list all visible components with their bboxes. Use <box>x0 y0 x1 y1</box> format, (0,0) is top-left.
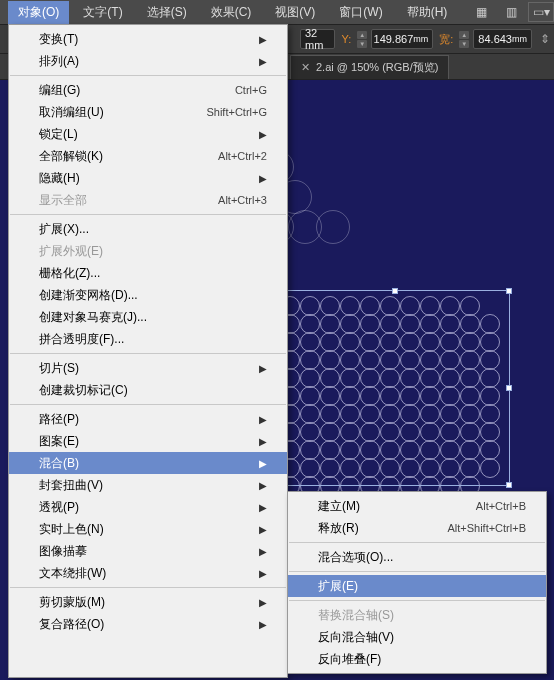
menu-item-label: 隐藏(H) <box>39 170 259 187</box>
menu-item-label: 扩展外观(E) <box>39 243 267 260</box>
submenu-arrow-icon: ▶ <box>259 597 267 608</box>
panel-icon[interactable]: ▥ <box>498 2 524 22</box>
arrange-dropdown-icon[interactable]: ▭▾ <box>528 2 554 22</box>
blend-submenu-dropdown: 建立(M)Alt+Ctrl+B释放(R)Alt+Shift+Ctrl+B混合选项… <box>287 491 547 674</box>
menu-separator <box>10 587 286 588</box>
menu-item[interactable]: 剪切蒙版(M)▶ <box>9 591 287 613</box>
menu-separator <box>289 571 545 572</box>
menu-item-label: 锁定(L) <box>39 126 259 143</box>
menu-item-label: 复合路径(O) <box>39 616 259 633</box>
menu-shortcut: Alt+Ctrl+2 <box>218 150 267 162</box>
submenu-arrow-icon: ▶ <box>259 480 267 491</box>
menu-item: 显示全部Alt+Ctrl+3 <box>9 189 287 211</box>
menu-item[interactable]: 拼合透明度(F)... <box>9 328 287 350</box>
menu-item[interactable]: 栅格化(Z)... <box>9 262 287 284</box>
selection-handle[interactable] <box>506 288 512 294</box>
menu-item-label: 反向堆叠(F) <box>318 651 526 668</box>
submenu-arrow-icon: ▶ <box>259 34 267 45</box>
menu-separator <box>10 404 286 405</box>
menu-help[interactable]: 帮助(H) <box>397 1 458 24</box>
menu-item[interactable]: 取消编组(U)Shift+Ctrl+G <box>9 101 287 123</box>
menu-item-label: 取消编组(U) <box>39 104 206 121</box>
submenu-arrow-icon: ▶ <box>259 502 267 513</box>
menu-item[interactable]: 图像描摹▶ <box>9 540 287 562</box>
menu-item[interactable]: 锁定(L)▶ <box>9 123 287 145</box>
menu-shortcut: Alt+Ctrl+3 <box>218 194 267 206</box>
menu-item[interactable]: 扩展(X)... <box>9 218 287 240</box>
submenu-arrow-icon: ▶ <box>259 546 267 557</box>
menu-shortcut: Ctrl+G <box>235 84 267 96</box>
menu-item-label: 扩展(X)... <box>39 221 267 238</box>
menu-item-label: 建立(M) <box>318 498 476 515</box>
menu-item-label: 反向混合轴(V) <box>318 629 526 646</box>
menu-item[interactable]: 建立(M)Alt+Ctrl+B <box>288 495 546 517</box>
w-spinner[interactable]: ▲▼ <box>459 31 469 48</box>
close-tab-icon[interactable]: ✕ <box>301 61 310 74</box>
menu-item-label: 实时上色(N) <box>39 521 259 538</box>
menu-item[interactable]: 图案(E)▶ <box>9 430 287 452</box>
menu-item-label: 显示全部 <box>39 192 218 209</box>
menu-item-label: 创建对象马赛克(J)... <box>39 309 267 326</box>
menu-item[interactable]: 复合路径(O)▶ <box>9 613 287 635</box>
menu-item[interactable]: 创建渐变网格(D)... <box>9 284 287 306</box>
menu-view[interactable]: 视图(V) <box>265 1 325 24</box>
y-spinner[interactable]: ▲▼ <box>357 31 367 48</box>
menu-separator <box>10 214 286 215</box>
menu-item[interactable]: 反向堆叠(F) <box>288 648 546 670</box>
menu-item[interactable]: 文本绕排(W)▶ <box>9 562 287 584</box>
menu-item[interactable]: 变换(T)▶ <box>9 28 287 50</box>
menu-object[interactable]: 对象(O) <box>8 1 69 24</box>
submenu-arrow-icon: ▶ <box>259 363 267 374</box>
menu-item[interactable]: 混合(B)▶ <box>9 452 287 474</box>
selection-handle[interactable] <box>392 288 398 294</box>
menu-item: 替换混合轴(S) <box>288 604 546 626</box>
submenu-arrow-icon: ▶ <box>259 173 267 184</box>
selection-handle[interactable] <box>506 385 512 391</box>
x-field[interactable]: 32 mm <box>300 29 335 49</box>
menu-window[interactable]: 窗口(W) <box>329 1 392 24</box>
menu-item-label: 路径(P) <box>39 411 259 428</box>
menu-item[interactable]: 实时上色(N)▶ <box>9 518 287 540</box>
menu-item-label: 切片(S) <box>39 360 259 377</box>
menu-item[interactable]: 混合选项(O)... <box>288 546 546 568</box>
menu-item[interactable]: 路径(P)▶ <box>9 408 287 430</box>
menu-select[interactable]: 选择(S) <box>137 1 197 24</box>
grid-icon[interactable]: ▦ <box>468 2 494 22</box>
menu-item-label: 栅格化(Z)... <box>39 265 267 282</box>
menu-item-label: 创建裁切标记(C) <box>39 382 267 399</box>
menu-item-label: 变换(T) <box>39 31 259 48</box>
menu-separator <box>289 600 545 601</box>
menu-item-label: 透视(P) <box>39 499 259 516</box>
w-field[interactable]: 84.643 mm <box>473 29 532 49</box>
menu-effect[interactable]: 效果(C) <box>201 1 262 24</box>
menu-item-label: 混合(B) <box>39 455 259 472</box>
menu-type[interactable]: 文字(T) <box>73 1 132 24</box>
menu-item[interactable]: 创建裁切标记(C) <box>9 379 287 401</box>
menu-item[interactable]: 透视(P)▶ <box>9 496 287 518</box>
menu-item-label: 混合选项(O)... <box>318 549 526 566</box>
submenu-arrow-icon: ▶ <box>259 524 267 535</box>
menu-item[interactable]: 隐藏(H)▶ <box>9 167 287 189</box>
menu-item[interactable]: 排列(A)▶ <box>9 50 287 72</box>
menu-shortcut: Alt+Shift+Ctrl+B <box>447 522 526 534</box>
menu-item: 扩展外观(E) <box>9 240 287 262</box>
menu-item-label: 文本绕排(W) <box>39 565 259 582</box>
menu-shortcut: Shift+Ctrl+G <box>206 106 267 118</box>
menu-item[interactable]: 全部解锁(K)Alt+Ctrl+2 <box>9 145 287 167</box>
link-icon[interactable]: ⇕ <box>540 32 550 46</box>
menu-item[interactable]: 编组(G)Ctrl+G <box>9 79 287 101</box>
document-tab[interactable]: ✕ 2.ai @ 150% (RGB/预览) <box>290 55 449 79</box>
menu-item-label: 拼合透明度(F)... <box>39 331 267 348</box>
submenu-arrow-icon: ▶ <box>259 436 267 447</box>
menu-item[interactable]: 创建对象马赛克(J)... <box>9 306 287 328</box>
menu-item-label: 排列(A) <box>39 53 259 70</box>
menu-item[interactable]: 封套扭曲(V)▶ <box>9 474 287 496</box>
selection-handle[interactable] <box>506 482 512 488</box>
menu-shortcut: Alt+Ctrl+B <box>476 500 526 512</box>
menu-item[interactable]: 反向混合轴(V) <box>288 626 546 648</box>
menu-item[interactable]: 扩展(E) <box>288 575 546 597</box>
menu-item[interactable]: 释放(R)Alt+Shift+Ctrl+B <box>288 517 546 539</box>
menu-item[interactable]: 切片(S)▶ <box>9 357 287 379</box>
y-field[interactable]: 149.867 mm <box>371 29 433 49</box>
submenu-arrow-icon: ▶ <box>259 619 267 630</box>
